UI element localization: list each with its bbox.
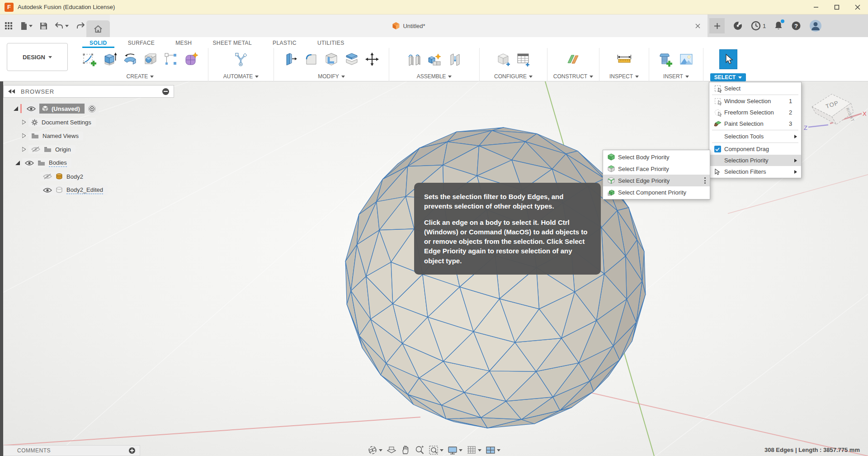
app-grid-button[interactable]: [5, 22, 13, 30]
named-views-node[interactable]: Named Views: [28, 132, 83, 140]
assemble-dropdown[interactable]: ASSEMBLE: [389, 71, 479, 80]
insert-canvas-button[interactable]: [677, 49, 695, 69]
view-cube[interactable]: TOP RIGHT X Z: [804, 85, 867, 137]
configuration-button[interactable]: [494, 49, 512, 69]
tab-plastic[interactable]: PLASTIC: [273, 40, 297, 46]
rectangular-pattern-button[interactable]: [162, 49, 180, 69]
automated-modeling-button[interactable]: [232, 49, 250, 69]
tree-row-body2-edited[interactable]: Body2_Edited: [3, 183, 174, 197]
document-node[interactable]: (Unsaved): [24, 102, 99, 115]
document-tab[interactable]: Untitled*: [392, 14, 425, 37]
look-at-button[interactable]: [387, 445, 396, 455]
profile-button[interactable]: [809, 19, 822, 32]
browser-minimize-button[interactable]: [162, 88, 169, 95]
tree-row-body2[interactable]: Body2: [3, 170, 174, 183]
origin-node[interactable]: Origin: [28, 145, 75, 154]
split-body-button[interactable]: [343, 49, 361, 69]
submenu-item-body-priority[interactable]: Select Body Priority: [603, 151, 710, 163]
collapsed-triangle-icon[interactable]: [21, 133, 27, 138]
measure-button[interactable]: [615, 49, 633, 69]
select-dropdown[interactable]: SELECT: [710, 73, 746, 81]
help-button[interactable]: ?: [791, 21, 801, 31]
create-sketch-button[interactable]: [80, 49, 99, 69]
create-dropdown[interactable]: CREATE: [72, 71, 208, 80]
configure-dropdown[interactable]: CONFIGURE: [480, 71, 547, 80]
viewports-button[interactable]: [486, 445, 500, 455]
display-settings-button[interactable]: [448, 445, 462, 455]
menu-item-select[interactable]: Select: [709, 83, 801, 94]
eye-icon[interactable]: [27, 106, 36, 112]
extensions-button[interactable]: [733, 21, 743, 31]
zoom-button[interactable]: [415, 445, 425, 455]
press-pull-button[interactable]: [282, 49, 300, 69]
job-status-button[interactable]: 1: [751, 21, 766, 31]
maximize-button[interactable]: [826, 0, 847, 14]
close-document-tab-button[interactable]: [692, 20, 703, 31]
new-document-tab-button[interactable]: [709, 18, 725, 33]
menu-item-window-selection[interactable]: Window Selection 1: [709, 95, 801, 107]
eye-icon[interactable]: [43, 187, 52, 193]
orbit-button[interactable]: [368, 445, 382, 455]
body2-edited-node[interactable]: Body2_Edited: [40, 185, 108, 195]
tab-sheet-metal[interactable]: SHEET METAL: [212, 40, 252, 46]
notifications-button[interactable]: [774, 21, 783, 31]
submenu-item-face-priority[interactable]: Select Face Priority: [603, 163, 710, 175]
configuration-table-button[interactable]: [514, 49, 533, 69]
eye-hidden-icon[interactable]: [43, 173, 52, 180]
extrude-button[interactable]: [101, 49, 119, 69]
item-options-kebab-icon[interactable]: [704, 177, 706, 184]
select-tool-button[interactable]: [719, 49, 737, 69]
shell-button[interactable]: [322, 49, 340, 69]
tree-row-named-views[interactable]: Named Views: [3, 129, 174, 142]
tab-mesh[interactable]: MESH: [175, 40, 192, 46]
joint-button[interactable]: [405, 49, 423, 69]
eye-icon[interactable]: [25, 160, 34, 166]
file-menu-button[interactable]: [20, 22, 33, 30]
move-copy-button[interactable]: [363, 49, 381, 69]
inspect-dropdown[interactable]: INSPECT: [599, 71, 649, 80]
as-built-joint-button[interactable]: [446, 49, 464, 69]
menu-item-selection-filters[interactable]: Selection Filters: [709, 166, 801, 177]
create-form-button[interactable]: [182, 49, 200, 69]
document-settings-node[interactable]: Document Settings: [28, 118, 96, 127]
fit-button[interactable]: [429, 445, 443, 455]
tab-surface[interactable]: SURFACE: [128, 40, 155, 46]
add-comment-button[interactable]: [129, 447, 135, 454]
construct-plane-button[interactable]: [564, 49, 582, 69]
modify-dropdown[interactable]: MODIFY: [274, 71, 389, 80]
document-name-chip[interactable]: (Unsaved): [39, 104, 85, 114]
bodies-node[interactable]: Bodies: [22, 158, 71, 168]
collapsed-triangle-icon[interactable]: [21, 147, 27, 152]
body2-node[interactable]: Body2: [40, 172, 88, 181]
pan-button[interactable]: [401, 445, 410, 455]
tab-utilities[interactable]: UTILITIES: [317, 40, 344, 46]
hole-button[interactable]: [142, 49, 160, 69]
menu-item-component-drag[interactable]: Component Drag: [709, 143, 801, 155]
close-button[interactable]: [847, 0, 868, 14]
menu-item-selection-tools[interactable]: Selection Tools: [709, 131, 801, 142]
submenu-item-component-priority[interactable]: Select Component Priority: [603, 186, 710, 198]
comments-panel[interactable]: COMMENTS: [3, 445, 140, 456]
save-button[interactable]: [40, 22, 47, 30]
fillet-button[interactable]: [302, 49, 320, 69]
insert-dropdown[interactable]: INSERT: [649, 71, 703, 80]
automate-dropdown[interactable]: AUTOMATE: [208, 71, 274, 80]
menu-item-selection-priority[interactable]: Selection Priority: [709, 155, 801, 166]
undo-button[interactable]: [55, 22, 69, 29]
revolve-button[interactable]: [121, 49, 139, 69]
new-component-button[interactable]: [425, 49, 443, 69]
tree-row-origin[interactable]: Origin: [3, 142, 174, 156]
expand-triangle-icon[interactable]: [13, 106, 19, 111]
design-workspace-dropdown[interactable]: DESIGN: [7, 43, 68, 71]
collapsed-triangle-icon[interactable]: [21, 120, 27, 124]
activate-radio-icon[interactable]: [88, 105, 96, 113]
tab-solid[interactable]: SOLID: [90, 40, 107, 46]
menu-item-freeform-selection[interactable]: Freeform Selection 2: [709, 107, 801, 118]
insert-fastener-button[interactable]: [657, 49, 675, 69]
expand-triangle-icon[interactable]: [15, 161, 20, 165]
tree-row-document-settings[interactable]: Document Settings: [3, 115, 174, 129]
eye-hidden-icon[interactable]: [31, 146, 40, 152]
construct-dropdown[interactable]: CONSTRUCT: [547, 71, 599, 80]
tree-row-document[interactable]: (Unsaved): [3, 102, 174, 115]
menu-item-paint-selection[interactable]: Paint Selection 3: [709, 118, 801, 129]
